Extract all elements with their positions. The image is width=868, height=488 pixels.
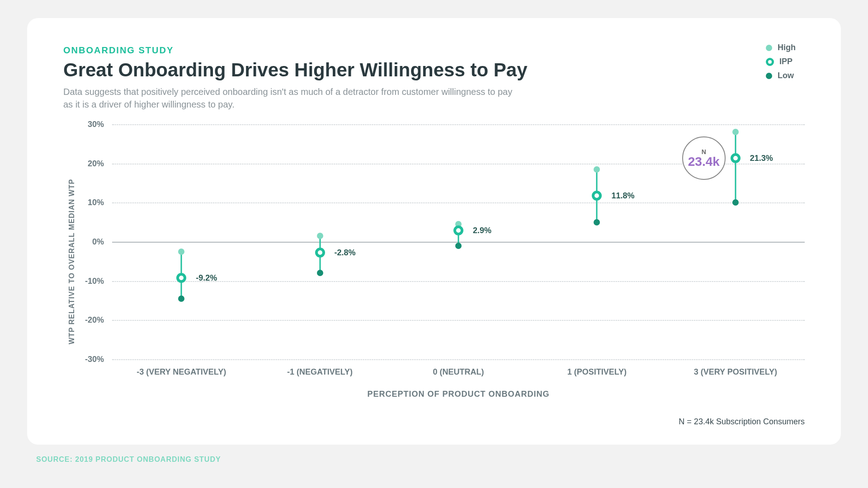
gridline: [112, 359, 805, 360]
plot: 30%20%10%0%-10%-20%-30%-9.2%-2.8%2.9%11.…: [76, 124, 805, 399]
chart-card: High IPP Low ONBOARDING STUDY Great Onbo…: [27, 18, 841, 445]
legend: High IPP Low: [766, 43, 796, 85]
ipp-point: [731, 153, 741, 163]
eyebrow: ONBOARDING STUDY: [63, 45, 805, 56]
n-badge-value: 23.4k: [688, 155, 720, 168]
x-tick: 0 (NEUTRAL): [389, 367, 528, 377]
ipp-value-label: 21.3%: [744, 154, 773, 163]
high-point: [594, 166, 600, 173]
y-tick: -20%: [85, 315, 112, 325]
high-point: [732, 129, 739, 135]
low-point: [732, 199, 739, 206]
ipp-point: [315, 248, 325, 258]
data-point-group: -9.2%: [173, 124, 189, 359]
high-point: [317, 233, 323, 239]
y-tick: 0%: [92, 237, 112, 247]
ring-icon: [766, 58, 774, 66]
legend-entry-low: Low: [766, 71, 796, 80]
source-line: SOURCE: 2019 PRODUCT ONBOARDING STUDY: [36, 455, 841, 464]
y-tick: -30%: [85, 355, 112, 364]
ipp-value-label: 11.8%: [605, 191, 634, 200]
chart-body: WTP RELATIVE TO OVERALL MEDIAN WTP 30%20…: [63, 124, 805, 399]
ipp-value-label: -2.8%: [328, 248, 356, 258]
dot-icon: [766, 45, 772, 51]
range-stem: [735, 132, 736, 202]
legend-entry-high: High: [766, 43, 796, 52]
legend-label: High: [778, 43, 796, 52]
ipp-point: [453, 225, 463, 235]
data-point-group: 2.9%: [450, 124, 467, 359]
x-tick: 1 (POSITIVELY): [528, 367, 666, 377]
data-point-group: 21.3%: [727, 124, 744, 359]
n-badge: N23.4k: [682, 136, 726, 180]
x-axis-label: PERCEPTION OF PRODUCT ONBOARDING: [112, 389, 805, 399]
ipp-point: [592, 191, 602, 201]
low-point: [455, 243, 462, 249]
y-tick: 30%: [88, 120, 112, 129]
y-axis-label: WTP RELATIVE TO OVERALL MEDIAN WTP: [63, 124, 76, 399]
y-tick: -10%: [85, 276, 112, 286]
x-tick: 3 (VERY POSITIVELY): [666, 367, 805, 377]
low-point: [594, 219, 600, 225]
y-tick: 20%: [88, 159, 112, 168]
data-point-group: -2.8%: [312, 124, 328, 359]
chart-subtitle: Data suggests that positively perceived …: [63, 85, 515, 111]
low-point: [178, 296, 184, 302]
ipp-point: [176, 273, 186, 283]
high-point: [178, 249, 184, 255]
legend-entry-ipp: IPP: [766, 57, 796, 66]
data-point-group: 11.8%: [589, 124, 605, 359]
ipp-value-label: 2.9%: [467, 225, 491, 235]
x-tick: -3 (VERY NEGATIVELY): [112, 367, 250, 377]
plot-area: 30%20%10%0%-10%-20%-30%-9.2%-2.8%2.9%11.…: [112, 124, 805, 359]
x-axis: -3 (VERY NEGATIVELY)-1 (NEGATIVELY)0 (NE…: [112, 367, 805, 377]
dot-icon: [766, 73, 772, 79]
legend-label: IPP: [779, 57, 793, 66]
chart-title: Great Onboarding Drives Higher Willingne…: [63, 59, 805, 81]
low-point: [317, 270, 323, 276]
y-tick: 10%: [88, 198, 112, 207]
legend-label: Low: [778, 71, 794, 80]
ipp-value-label: -9.2%: [189, 273, 217, 282]
x-tick: -1 (NEGATIVELY): [250, 367, 389, 377]
footnote: N = 23.4k Subscription Consumers: [63, 417, 805, 427]
